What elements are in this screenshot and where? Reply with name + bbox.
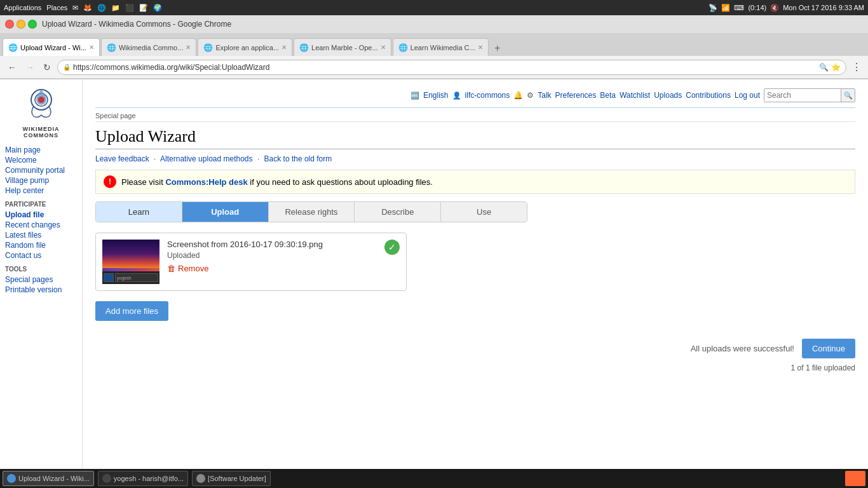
header-user-icon: 👤 <box>452 92 461 100</box>
tab-close-5[interactable]: ✕ <box>478 44 483 51</box>
remove-button[interactable]: 🗑 Remove <box>167 264 208 273</box>
applications-menu[interactable]: Applications <box>4 4 41 11</box>
files-icon[interactable]: 📁 <box>111 4 120 12</box>
browser2-icon[interactable]: 🌍 <box>153 4 162 12</box>
header-uploads[interactable]: Uploads <box>654 91 682 100</box>
back-button[interactable]: ← <box>5 61 19 74</box>
help-desk-link[interactable]: Commons:Help desk <box>165 177 247 187</box>
tab-favicon-4: 🌐 <box>299 43 309 52</box>
bookmark-icon[interactable]: ⭐ <box>831 63 841 72</box>
maximize-button[interactable] <box>28 20 37 29</box>
sidebar-nav-section: Main page Welcome Community portal Villa… <box>5 145 77 196</box>
sub-link-old-form[interactable]: Back to the old form <box>264 154 332 163</box>
header-beta[interactable]: Beta <box>600 91 616 100</box>
header-language[interactable]: English <box>423 91 448 100</box>
sub-sep-2: · <box>257 154 259 163</box>
browser-menu-button[interactable]: ⋮ <box>850 61 863 73</box>
wizard-step-learn[interactable]: Learn <box>96 202 182 222</box>
reload-button[interactable]: ↻ <box>41 61 53 74</box>
header-contributions[interactable]: Contributions <box>686 91 731 100</box>
sidebar-item-upload[interactable]: Upload file <box>5 210 77 220</box>
header-links: 🔤 English 👤 ilfc-commons 🔔 ⚙ Talk Prefer… <box>410 91 760 100</box>
sound-icon: 🔇 <box>770 4 779 12</box>
url-bar[interactable]: 🔒 https://commons.wikimedia.org/wiki/Spe… <box>57 60 846 75</box>
page-title: Upload Wizard <box>95 127 855 149</box>
editor-icon[interactable]: 📝 <box>139 4 148 12</box>
chrome-icon[interactable]: 🌐 <box>97 4 106 12</box>
url-actions: 🔍 ⭐ <box>819 63 841 72</box>
os-bar-right: 📡 📶 ⌨ (0:14) 🔇 Mon Oct 17 2016 9:33 AM <box>709 4 864 12</box>
sidebar-item-main-page[interactable]: Main page <box>5 145 77 155</box>
header-talk[interactable]: Talk <box>538 91 551 100</box>
sidebar-item-help[interactable]: Help center <box>5 186 77 196</box>
header-logout[interactable]: Log out <box>735 91 760 100</box>
os-top-bar: Applications Places ✉ 🦊 🌐 📁 ⬛ 📝 🌍 📡 📶 ⌨ … <box>0 0 868 15</box>
search-box[interactable]: 🔍 <box>764 88 855 102</box>
tab-learn-marble[interactable]: 🌐 Learn Marble - Ope... ✕ <box>294 38 391 56</box>
taskbar: Upload Wizard - Wiki... yogesh - harish@… <box>0 469 868 488</box>
sidebar-item-village[interactable]: Village pump <box>5 175 77 186</box>
new-tab-button[interactable]: + <box>490 41 505 56</box>
header-username[interactable]: ilfc-commons <box>465 91 510 100</box>
tab-label-2: Wikimedia Commo... <box>119 44 183 51</box>
sub-link-alt-upload[interactable]: Alternative upload methods <box>160 154 252 163</box>
sub-link-feedback[interactable]: Leave feedback <box>95 154 149 163</box>
sidebar-item-community[interactable]: Community portal <box>5 165 77 175</box>
tabs-bar: 🌐 Upload Wizard - Wi... ✕ 🌐 Wikimedia Co… <box>0 33 868 56</box>
terminal-icon[interactable]: ⬛ <box>125 4 134 12</box>
wizard-step-upload[interactable]: Upload <box>182 202 269 222</box>
window-controls[interactable] <box>5 20 37 29</box>
tab-close-1[interactable]: ✕ <box>89 44 94 51</box>
close-button[interactable] <box>5 20 14 29</box>
sidebar-item-printable[interactable]: Printable version <box>5 285 77 295</box>
tab-label-1: Upload Wizard - Wi... <box>20 44 86 51</box>
wizard-step-describe[interactable]: Describe <box>355 202 441 222</box>
taskbar-item-updater[interactable]: [Software Updater] <box>192 471 271 486</box>
search-url-icon[interactable]: 🔍 <box>819 63 829 72</box>
wizard-step-release[interactable]: Release rights <box>269 202 355 222</box>
trash-icon: 🗑 <box>167 264 175 273</box>
file-name: Screenshot from 2016-10-17 09:30:19.png <box>167 240 377 249</box>
tab-learn-wikimedia[interactable]: 🌐 Learn Wikimedia C... ✕ <box>393 38 489 56</box>
tab-favicon-5: 🌐 <box>398 43 408 52</box>
wizard-steps: Learn Upload Release rights Describe Use <box>95 201 527 222</box>
firefox-icon[interactable]: 🦊 <box>83 4 92 12</box>
email-icon[interactable]: ✉ <box>72 4 78 12</box>
sidebar-item-special-pages[interactable]: Special pages <box>5 274 77 285</box>
sidebar-item-random[interactable]: Random file <box>5 240 77 250</box>
sidebar-item-welcome[interactable]: Welcome <box>5 155 77 165</box>
taskbar-item-upload[interactable]: Upload Wizard - Wiki... <box>3 471 94 486</box>
forward-button[interactable]: → <box>23 61 37 74</box>
header-notification-icon[interactable]: 🔔 <box>513 91 523 100</box>
continue-button[interactable]: Continue <box>802 339 855 358</box>
bottom-bar: All uploads were successful! Continue <box>95 334 855 363</box>
tab-wikimedia-commons[interactable]: 🌐 Wikimedia Commo... ✕ <box>101 38 196 56</box>
sidebar-item-recent[interactable]: Recent changes <box>5 220 77 230</box>
thumbnail-image: yogesh <box>102 240 159 284</box>
search-input[interactable] <box>764 91 841 100</box>
places-menu[interactable]: Places <box>46 4 67 11</box>
sidebar-item-contact[interactable]: Contact us <box>5 250 77 261</box>
header-preferences[interactable]: Preferences <box>555 91 597 100</box>
add-more-files-button[interactable]: Add more files <box>95 301 168 321</box>
tab-close-3[interactable]: ✕ <box>281 44 287 51</box>
wizard-step-use[interactable]: Use <box>441 202 527 222</box>
tab-close-2[interactable]: ✕ <box>186 44 191 51</box>
taskbar-item-terminal[interactable]: yogesh - harish@itfo... <box>98 471 188 486</box>
upload-count: 1 of 1 file uploaded <box>95 363 855 372</box>
warning-banner: ! Please visit Commons:Help desk if you … <box>95 170 855 194</box>
header-watchlist[interactable]: Watchlist <box>620 91 650 100</box>
taskbar-icon-1 <box>7 474 16 483</box>
tab-close-4[interactable]: ✕ <box>381 44 386 51</box>
sidebar-item-latest[interactable]: Latest files <box>5 230 77 240</box>
header-settings-icon[interactable]: ⚙ <box>527 91 534 100</box>
lock-icon: 🔒 <box>63 64 71 71</box>
tab-upload-wizard[interactable]: 🌐 Upload Wizard - Wi... ✕ <box>3 38 100 56</box>
tab-explore[interactable]: 🌐 Explore an applica... ✕ <box>198 38 292 56</box>
minimize-button[interactable] <box>17 20 25 29</box>
search-button[interactable]: 🔍 <box>841 89 855 102</box>
wiki-wrapper: WIKIMEDIA COMMONS Main page Welcome Comm… <box>0 79 868 470</box>
system-tray-icon: 📡 <box>709 4 717 12</box>
sidebar-participate-section: Participate Upload file Recent changes L… <box>5 201 77 261</box>
taskbar-power-icon[interactable] <box>845 471 865 486</box>
